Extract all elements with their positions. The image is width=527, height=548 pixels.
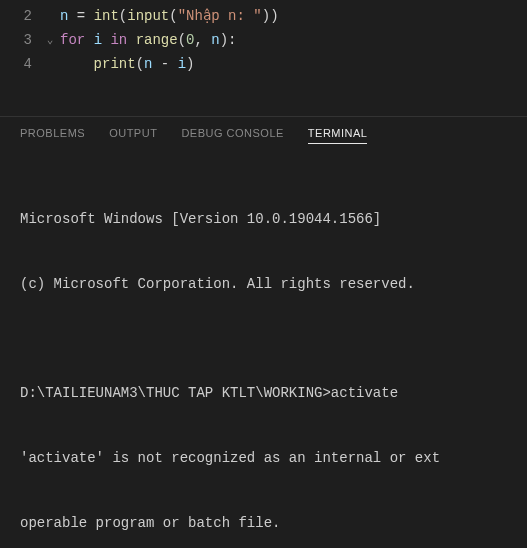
code-line[interactable]: 3 ⌄ for i in range(0, n): (0, 28, 527, 52)
terminal-line: D:\TAILIEUNAM3\THUC TAP KTLT\WORKING>act… (20, 383, 507, 405)
terminal-line: 'activate' is not recognized as an inter… (20, 448, 507, 470)
tab-debug-console[interactable]: DEBUG CONSOLE (181, 127, 283, 144)
line-number: 2 (0, 4, 40, 28)
tab-terminal[interactable]: TERMINAL (308, 127, 368, 144)
bottom-panel: PROBLEMS OUTPUT DEBUG CONSOLE TERMINAL M… (0, 116, 527, 548)
code-content[interactable]: print(n - i) (60, 52, 194, 76)
code-content[interactable]: for i in range(0, n): (60, 28, 237, 52)
code-editor[interactable]: 2 n = int(input("Nhập n: ")) 3 ⌄ for i i… (0, 0, 527, 76)
terminal-line: Microsoft Windows [Version 10.0.19044.15… (20, 209, 507, 231)
line-number: 4 (0, 52, 40, 76)
terminal-output[interactable]: Microsoft Windows [Version 10.0.19044.15… (0, 152, 527, 548)
code-line[interactable]: 4 print(n - i) (0, 52, 527, 76)
line-number: 3 (0, 28, 40, 52)
chevron-down-icon[interactable]: ⌄ (47, 28, 54, 52)
terminal-line: (c) Microsoft Corporation. All rights re… (20, 274, 507, 296)
tab-problems[interactable]: PROBLEMS (20, 127, 85, 144)
fold-gutter[interactable]: ⌄ (40, 28, 60, 52)
code-content[interactable]: n = int(input("Nhập n: ")) (60, 4, 279, 28)
code-line[interactable]: 2 n = int(input("Nhập n: ")) (0, 4, 527, 28)
terminal-line: operable program or batch file. (20, 513, 507, 535)
tab-output[interactable]: OUTPUT (109, 127, 157, 144)
panel-tabs: PROBLEMS OUTPUT DEBUG CONSOLE TERMINAL (0, 117, 527, 152)
